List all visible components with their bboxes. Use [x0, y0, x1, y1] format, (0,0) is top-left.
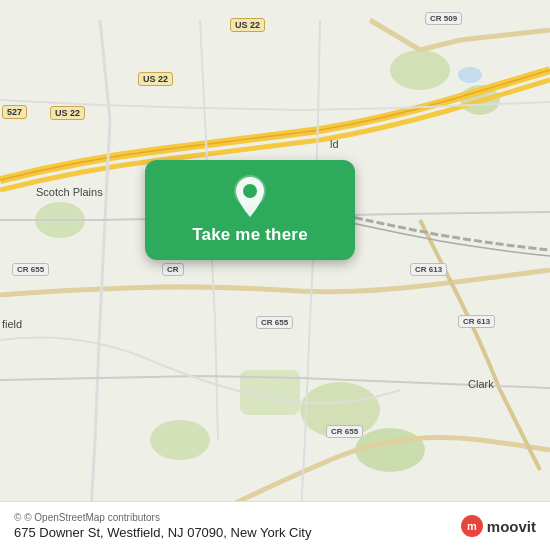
cr655-label-3: CR 655 [256, 316, 293, 329]
cr613-label-2: CR 613 [458, 315, 495, 328]
scotch-plains-label: Scotch Plains [36, 186, 103, 198]
route527-label: 527 [2, 105, 27, 119]
us22-label-2: US 22 [138, 72, 173, 86]
cr655-label-2: CR [162, 263, 184, 276]
westfield-label: ld [330, 138, 339, 150]
bottom-left-info: © © OpenStreetMap contributors 675 Downe… [14, 512, 311, 540]
attribution: © © OpenStreetMap contributors [14, 512, 311, 523]
cr655-label-1: CR 655 [12, 263, 49, 276]
copyright-symbol: © [14, 512, 21, 523]
field-label: field [2, 318, 22, 330]
svg-point-5 [150, 420, 210, 460]
cr613-label-1: CR 613 [410, 263, 447, 276]
clark-label: Clark [468, 378, 494, 390]
moovit-logo: m moovit [461, 515, 536, 537]
location-pin-icon [232, 175, 268, 219]
cr509-label: CR 509 [425, 12, 462, 25]
map-svg [0, 0, 550, 550]
svg-point-7 [458, 67, 482, 83]
svg-point-9 [243, 184, 257, 198]
address-text: 675 Downer St, Westfield, NJ 07090, New … [14, 525, 311, 540]
moovit-icon: m [461, 515, 483, 537]
svg-point-0 [390, 50, 450, 90]
moovit-text: moovit [487, 518, 536, 535]
take-me-there-button[interactable]: Take me there [145, 160, 355, 260]
us22-label-3: US 22 [50, 106, 85, 120]
map-container: US 22 US 22 US 22 CR 509 CR 655 CR CR 65… [0, 0, 550, 550]
attribution-text: © OpenStreetMap contributors [24, 512, 160, 523]
us22-label-1: US 22 [230, 18, 265, 32]
button-label: Take me there [192, 225, 308, 245]
bottom-bar: © © OpenStreetMap contributors 675 Downe… [0, 501, 550, 550]
moovit-m-icon: m [465, 519, 479, 533]
svg-text:m: m [467, 520, 477, 532]
cr655-label-4: CR 655 [326, 425, 363, 438]
